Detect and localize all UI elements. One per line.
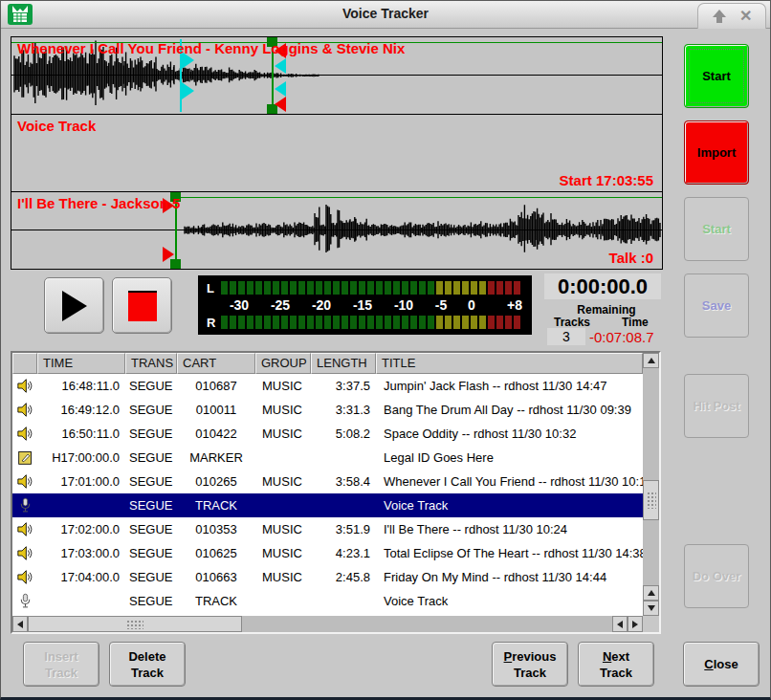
- track3-waveform-panel[interactable]: I'll Be There - Jackson 5 Talk :0: [11, 191, 663, 270]
- left-arrow-icon: [617, 621, 623, 628]
- elapsed-time-display: 0:00:00.0: [544, 273, 661, 299]
- delete-track-line2: Track: [131, 665, 164, 681]
- meter-tick: -5: [435, 297, 447, 313]
- column-header-length[interactable]: LENGTH: [311, 353, 376, 374]
- close-window-icon[interactable]: ✕: [739, 9, 752, 24]
- speaker-icon: [17, 569, 33, 585]
- import-button[interactable]: Import: [684, 120, 749, 185]
- up-arrow-icon: [648, 358, 655, 363]
- next-track-button[interactable]: Next Track: [578, 642, 654, 687]
- vertical-scroll-thumb[interactable]: [643, 480, 659, 520]
- log-row[interactable]: 16:48:11.0SEGUE010687MUSIC3:37.5Jumpin' …: [12, 374, 643, 398]
- cell-icon: [12, 426, 37, 442]
- meter-right-label: R: [207, 316, 215, 330]
- cell-title: Voice Track: [376, 594, 643, 608]
- scroll-down-button[interactable]: [643, 601, 659, 616]
- column-header-title[interactable]: TITLE: [376, 353, 643, 374]
- start-button[interactable]: Start: [684, 44, 749, 108]
- cell-time: 16:49:12.0: [37, 403, 125, 417]
- thumb-grip: [647, 492, 656, 509]
- close-button-label: Close: [704, 656, 738, 672]
- shade-window-icon[interactable]: [712, 10, 727, 24]
- horizontal-scroll-thumb[interactable]: [28, 616, 242, 632]
- cell-title: Bang The Drum All Day -- rdhost 11/30 09…: [376, 403, 643, 417]
- vertical-scrollbar[interactable]: [643, 353, 659, 616]
- column-header-group[interactable]: GROUP: [255, 353, 311, 374]
- cell-time: 17:02:00.0: [37, 522, 125, 536]
- cell-title: Friday On My Mind -- rdhost 11/30 14:44: [376, 570, 643, 584]
- log-table: TIMETRANSCARTGROUPLENGTHTITLE 16:48:11.0…: [11, 351, 661, 634]
- save-button: Save: [684, 273, 749, 338]
- cell-group: MUSIC: [255, 403, 311, 417]
- speaker-icon: [17, 378, 33, 394]
- previous-track-button[interactable]: Previous Track: [492, 642, 568, 687]
- marker-note-icon: [17, 449, 33, 466]
- column-header-trans[interactable]: TRANS: [125, 353, 177, 374]
- track2-voicetrack-panel[interactable]: Voice Track Start 17:03:55: [11, 114, 663, 192]
- log-row[interactable]: 17:03:00.0SEGUE010625MUSIC4:23.1Total Ec…: [12, 541, 643, 565]
- cell-trans: SEGUE: [125, 498, 177, 513]
- log-row[interactable]: H17:00:00.0SEGUEMARKERLegal ID Goes Here: [12, 446, 643, 470]
- titlebar: Voice Tracker ✕: [1, 1, 770, 29]
- cell-title: Legal ID Goes Here: [376, 450, 643, 465]
- cell-title: Total Eclipse Of The Heart -- rdhost 11/…: [376, 546, 643, 560]
- next-track-line2: Track: [600, 665, 632, 681]
- column-header-time[interactable]: TIME: [37, 353, 125, 374]
- track1-fadeout-handle-top-icon[interactable]: [275, 58, 286, 74]
- column-header-icon[interactable]: [12, 353, 37, 374]
- log-row-selected[interactable]: SEGUETRACKVoice Track: [12, 493, 643, 517]
- hit-post-label: Hit Post: [693, 398, 739, 414]
- track3-start-handle-bottom-icon[interactable]: [163, 247, 174, 262]
- speaker-icon: [17, 426, 33, 442]
- log-row[interactable]: 16:50:11.0SEGUE010422MUSIC5:08.2Space Od…: [12, 422, 643, 446]
- log-row[interactable]: 17:01:00.0SEGUE010265MUSIC3:58.4Whenever…: [12, 470, 643, 493]
- log-row[interactable]: 17:04:00.0SEGUE010663MUSIC2:45.8Friday O…: [12, 565, 643, 589]
- down-arrow-icon: [648, 605, 655, 611]
- remaining-tracks-label: Tracks: [554, 316, 590, 329]
- close-button[interactable]: Close: [683, 642, 760, 687]
- track1-fade-handle-bottom-icon[interactable]: [182, 82, 194, 99]
- cell-trans: SEGUE: [125, 474, 177, 489]
- cell-time: 17:01:00.0: [37, 474, 125, 489]
- cell-trans: SEGUE: [125, 450, 177, 465]
- scroll-up-button-2[interactable]: [643, 585, 659, 601]
- log-row[interactable]: SEGUETRACKVoice Track: [12, 589, 643, 613]
- cell-len: 5:08.2: [311, 427, 376, 441]
- cell-group: MUSIC: [255, 546, 311, 560]
- track3-title: I'll Be There - Jackson 5: [17, 195, 180, 211]
- remaining-time-value: -0:07:08.7: [589, 329, 654, 345]
- next-track-line1: Next: [603, 648, 629, 665]
- column-header-cart[interactable]: CART: [177, 353, 255, 374]
- cell-icon: [12, 545, 37, 561]
- play-button[interactable]: [44, 277, 104, 334]
- track1-fadeout-handle-bottom-icon[interactable]: [275, 81, 286, 97]
- log-table-header: TIMETRANSCARTGROUPLENGTHTITLE: [12, 353, 643, 374]
- scrollbar-corner: [643, 616, 659, 632]
- scroll-up-button[interactable]: [643, 353, 659, 368]
- cell-cart: TRACK: [177, 594, 255, 608]
- cell-icon: [12, 593, 37, 609]
- cell-cart: 010687: [177, 379, 255, 393]
- cell-icon: [12, 449, 37, 466]
- scroll-left-button[interactable]: [12, 616, 28, 632]
- delete-track-button[interactable]: Delete Track: [109, 642, 186, 687]
- meter-left-label: L: [207, 281, 214, 295]
- meter-tick: -10: [394, 297, 413, 313]
- cell-len: 4:23.1: [311, 546, 376, 560]
- track3-talk-time: Talk :0: [609, 250, 653, 266]
- stop-button[interactable]: [112, 277, 172, 334]
- track1-waveform-panel[interactable]: Whenever I Call You Friend - Kenny Loggi…: [11, 36, 663, 115]
- cell-icon: [12, 378, 37, 394]
- cell-icon: [12, 402, 37, 418]
- cell-group: MUSIC: [255, 379, 311, 393]
- delete-track-line1: Delete: [128, 648, 165, 665]
- voice-track-editor: Whenever I Call You Friend - Kenny Loggi…: [11, 36, 663, 270]
- scroll-left-button-2[interactable]: [612, 616, 628, 632]
- cell-cart: 010422: [177, 427, 255, 441]
- track1-end-handle-bottom-icon[interactable]: [275, 97, 286, 112]
- log-row[interactable]: 17:02:00.0SEGUE010353MUSIC3:51.9I'll Be …: [12, 517, 643, 541]
- window-controls: ✕: [697, 3, 766, 29]
- scroll-right-button[interactable]: [628, 616, 643, 632]
- log-row[interactable]: 16:49:12.0SEGUE010011MUSIC3:31.3Bang The…: [12, 398, 643, 422]
- horizontal-scrollbar[interactable]: [12, 616, 643, 632]
